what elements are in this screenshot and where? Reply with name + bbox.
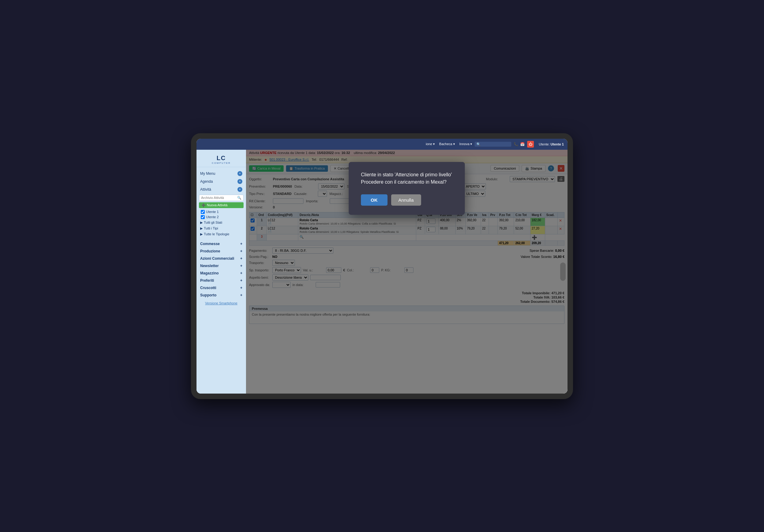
nav-innova[interactable]: Innova ▾ [459,142,472,146]
sidebar-item-azioni-comm[interactable]: Azioni Commerciali + [197,255,246,262]
new-activity-button[interactable]: ➕ Nuova Attività [199,202,244,208]
nav-ione[interactable]: ione ▾ [426,142,435,146]
search-attivita-container[interactable]: 🔍 [199,195,244,201]
expand-tutti-tipi[interactable]: ▶ Tutti i Tipi [197,226,246,231]
expand-tutte-tipologie[interactable]: ▶ Tutte le Tipologie [197,231,246,237]
dialog-annulla-button[interactable]: Annulla [391,194,421,206]
user-info: Utente: Utente 1 [539,142,564,146]
plus-icon-attivita[interactable]: + [238,187,242,192]
content-area: Attività URGENTE ricevuta da Utente 1 da… [246,150,567,394]
checkbox-utente1[interactable]: Utente 1 [197,209,246,215]
plus-icon-newsletter[interactable]: + [240,264,242,268]
sidebar-item-agenda[interactable]: Agenda + [197,178,246,185]
plus-activity-icon: ➕ [201,203,206,207]
sidebar-item-preferiti[interactable]: Preferiti + [197,277,246,284]
expand-icon-stati: ▶ [200,221,203,225]
nav-bacheca[interactable]: Bacheca ▾ [439,142,455,146]
plus-icon-preferiti[interactable]: + [240,278,242,283]
sidebar-item-commesse[interactable]: Commesse + [197,240,246,248]
versione-smartphone-link[interactable]: Versione Smartphone [197,299,246,307]
calendar-icon: 📅 [520,142,525,146]
plus-icon-azioni[interactable]: + [240,257,242,261]
dialog-message: Cliente in stato 'Attenzione di primo li… [361,171,453,186]
checkbox-utente2[interactable]: Utente 2 [197,215,246,220]
expand-icon-tipi: ▶ [200,227,203,231]
plus-icon-mymenu[interactable]: + [238,171,242,176]
sidebar-item-mymenu[interactable]: My Menu + [197,170,246,178]
sidebar: LC COMPUTER My Menu + Agenda + Attività … [197,150,246,394]
sidebar-item-cruscotti[interactable]: Cruscotti + [197,284,246,291]
plus-icon-commesse[interactable]: + [240,242,242,246]
top-nav[interactable]: ione ▾ Bacheca ▾ Innova ▾ [426,142,472,146]
top-search-input[interactable] [475,142,511,147]
power-button[interactable]: ⏻ [527,141,534,148]
sidebar-item-magazzino[interactable]: Magazzino + [197,269,246,277]
dialog-buttons: OK Annulla [361,194,453,206]
search-attivita-input[interactable] [201,196,237,200]
expand-icon-tipologie: ▶ [200,232,203,236]
sidebar-logo: LC COMPUTER [197,152,246,167]
sidebar-item-produzione[interactable]: Produzione + [197,248,246,255]
expand-tutti-stati[interactable]: ▶ Tutti gli Stati [197,220,246,226]
search-icon: 🔍 [237,196,242,200]
plus-icon-produzione[interactable]: + [240,249,242,253]
plus-icon-agenda[interactable]: + [238,179,242,184]
top-bar: ione ▾ Bacheca ▾ Innova ▾ 📞 📅 ⏻ Utente: … [197,139,567,150]
dialog-box: Cliente in stato 'Attenzione di primo li… [349,162,465,215]
sidebar-item-attivita[interactable]: Attività + [197,185,246,193]
plus-icon-magazzino[interactable]: + [240,271,242,275]
top-icons: 📞 📅 [514,142,525,146]
logo-text: COMPUTER [199,162,244,164]
plus-icon-cruscotti[interactable]: + [240,286,242,290]
sidebar-item-newsletter[interactable]: Newsletter + [197,262,246,269]
phone-icon: 📞 [514,142,518,146]
dialog-overlay: Cliente in stato 'Attenzione di primo li… [246,150,567,394]
dialog-ok-button[interactable]: OK [361,194,388,206]
plus-icon-supporto[interactable]: + [240,293,242,297]
sidebar-item-supporto[interactable]: Supporto + [197,291,246,299]
